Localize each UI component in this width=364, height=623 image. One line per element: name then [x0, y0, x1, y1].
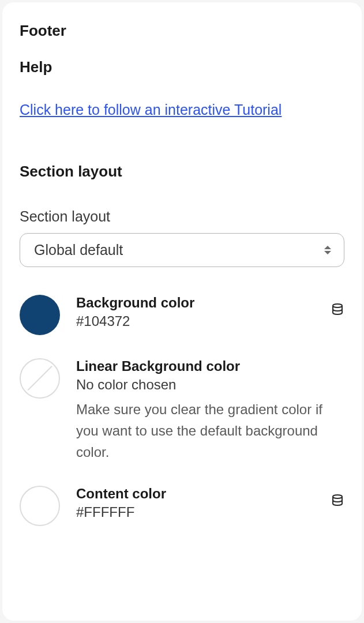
tutorial-link[interactable]: Click here to follow an interactive Tuto… — [20, 99, 344, 121]
database-icon[interactable] — [331, 303, 344, 317]
content-color-swatch[interactable] — [20, 486, 60, 526]
content-color-value: #FFFFFF — [76, 504, 331, 520]
background-color-value: #104372 — [76, 313, 331, 329]
section-layout-select[interactable]: Global default — [20, 233, 344, 267]
background-color-swatch[interactable] — [20, 295, 60, 335]
content-color-row: Content color #FFFFFF — [20, 486, 344, 526]
panel-title: Footer — [20, 22, 344, 40]
help-heading: Help — [20, 58, 344, 76]
chevron-up-down-icon — [322, 242, 333, 257]
content-color-label: Content color — [76, 486, 331, 502]
background-color-label: Background color — [76, 295, 331, 311]
linear-background-color-label: Linear Background color — [76, 358, 344, 374]
section-layout-label: Section layout — [20, 208, 344, 225]
linear-background-color-value: No color chosen — [76, 377, 344, 393]
footer-settings-panel: Footer Help Click here to follow an inte… — [2, 2, 362, 621]
linear-background-color-row: Linear Background color No color chosen … — [20, 358, 344, 463]
svg-point-0 — [333, 304, 342, 307]
section-layout-heading: Section layout — [20, 163, 344, 181]
database-icon[interactable] — [331, 494, 344, 508]
svg-point-1 — [333, 495, 342, 498]
linear-background-color-swatch[interactable] — [20, 358, 60, 399]
section-layout-selected-value: Global default — [34, 242, 123, 258]
linear-background-color-help: Make sure you clear the gradient color i… — [76, 399, 344, 463]
background-color-row: Background color #104372 — [20, 295, 344, 335]
